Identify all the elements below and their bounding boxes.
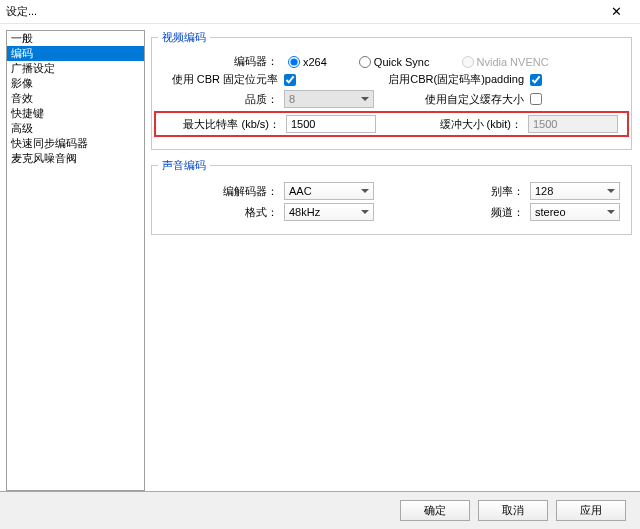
- sidebar-item-3[interactable]: 影像: [7, 76, 144, 91]
- max-bitrate-row: 最大比特率 (kb/s)： 缓冲大小 (kbit)： 1500: [160, 115, 623, 133]
- audio-channel-select[interactable]: stereo: [530, 203, 620, 221]
- encoder-row: 编码器： x264 Quick Sync Nvidia NVENC: [158, 54, 625, 69]
- max-bitrate-input[interactable]: [291, 118, 371, 130]
- enable-cbr-padding-checkbox[interactable]: [530, 74, 542, 86]
- encoder-radiogroup: x264 Quick Sync Nvidia NVENC: [284, 56, 625, 68]
- encoder-label: 编码器：: [158, 54, 278, 69]
- use-cbr-checkbox[interactable]: [284, 74, 296, 86]
- quality-select: 8: [284, 90, 374, 108]
- sidebar-item-6[interactable]: 高级: [7, 121, 144, 136]
- ok-button[interactable]: 确定: [400, 500, 470, 521]
- encoder-nvenc-radio: Nvidia NVENC: [462, 56, 549, 68]
- use-cbr-label: 使用 CBR 固定位元率: [158, 72, 278, 87]
- content-area: 一般编码广播设定影像音效快捷键高级快速同步编码器麦克风噪音阀 视频编码 编码器：…: [0, 24, 640, 491]
- enable-cbr-padding-label: 启用CBR(固定码率)padding: [385, 72, 524, 87]
- main-panel: 视频编码 编码器： x264 Quick Sync Nvidia NVENC: [145, 30, 632, 491]
- audio-format-row: 格式： 48kHz 频道： stereo: [158, 203, 625, 221]
- quality-label: 品质：: [158, 92, 278, 107]
- button-bar: 确定 取消 应用: [0, 491, 640, 529]
- video-legend: 视频编码: [158, 30, 210, 45]
- audio-codec-select[interactable]: AAC: [284, 182, 374, 200]
- encoder-nvenc-label: Nvidia NVENC: [477, 56, 549, 68]
- sidebar-item-8[interactable]: 麦克风噪音阀: [7, 151, 144, 166]
- encoder-nvenc-input: [462, 56, 474, 68]
- custom-buffer-checkbox[interactable]: [530, 93, 542, 105]
- max-bitrate-highlight: 最大比特率 (kb/s)： 缓冲大小 (kbit)： 1500: [154, 111, 629, 137]
- encoder-x264-label: x264: [303, 56, 327, 68]
- encoder-quicksync-radio[interactable]: Quick Sync: [359, 56, 430, 68]
- cancel-button[interactable]: 取消: [478, 500, 548, 521]
- buffer-size-field: 1500: [528, 115, 618, 133]
- close-icon[interactable]: ✕: [600, 4, 632, 19]
- audio-bitrate-label: 别率：: [385, 184, 524, 199]
- sidebar[interactable]: 一般编码广播设定影像音效快捷键高级快速同步编码器麦克风噪音阀: [6, 30, 145, 491]
- audio-bitrate-select[interactable]: 128: [530, 182, 620, 200]
- window-title: 设定...: [6, 4, 37, 19]
- encoder-x264-input[interactable]: [288, 56, 300, 68]
- sidebar-item-1[interactable]: 编码: [7, 46, 144, 61]
- audio-codec-row: 编解码器： AAC 别率： 128: [158, 182, 625, 200]
- custom-buffer-label: 使用自定义缓存大小: [385, 92, 524, 107]
- audio-encoding-group: 声音编码 编解码器： AAC 别率： 128 格式： 48kHz 频道： ste…: [151, 158, 632, 235]
- titlebar: 设定... ✕: [0, 0, 640, 24]
- audio-codec-label: 编解码器：: [158, 184, 278, 199]
- audio-format-label: 格式：: [158, 205, 278, 220]
- max-bitrate-label: 最大比特率 (kb/s)：: [160, 117, 280, 132]
- encoder-quicksync-input[interactable]: [359, 56, 371, 68]
- quality-row: 品质： 8 使用自定义缓存大小: [158, 90, 625, 108]
- buffer-size-label: 缓冲大小 (kbit)：: [387, 117, 522, 132]
- audio-channel-label: 频道：: [385, 205, 524, 220]
- sidebar-item-0[interactable]: 一般: [7, 31, 144, 46]
- encoder-quicksync-label: Quick Sync: [374, 56, 430, 68]
- sidebar-item-7[interactable]: 快速同步编码器: [7, 136, 144, 151]
- audio-legend: 声音编码: [158, 158, 210, 173]
- sidebar-item-5[interactable]: 快捷键: [7, 106, 144, 121]
- encoder-x264-radio[interactable]: x264: [288, 56, 327, 68]
- apply-button[interactable]: 应用: [556, 500, 626, 521]
- video-encoding-group: 视频编码 编码器： x264 Quick Sync Nvidia NVENC: [151, 30, 632, 150]
- sidebar-item-4[interactable]: 音效: [7, 91, 144, 106]
- sidebar-item-2[interactable]: 广播设定: [7, 61, 144, 76]
- audio-format-select[interactable]: 48kHz: [284, 203, 374, 221]
- cbr-row: 使用 CBR 固定位元率 启用CBR(固定码率)padding: [158, 72, 625, 87]
- max-bitrate-field[interactable]: [286, 115, 376, 133]
